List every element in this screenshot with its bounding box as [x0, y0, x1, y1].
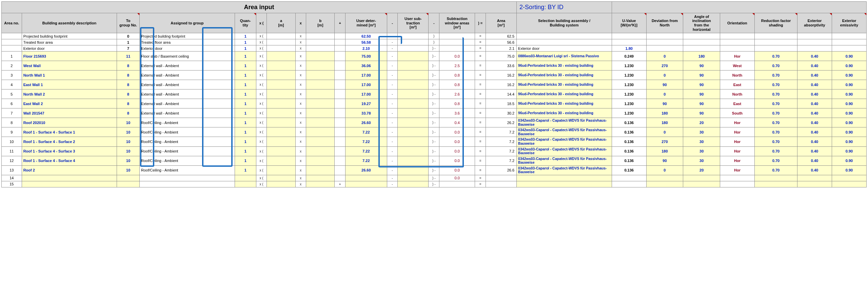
cell-group[interactable]: 8 [117, 99, 140, 108]
cell-a[interactable] [267, 108, 295, 118]
cell-a[interactable] [267, 89, 295, 99]
cell-emi[interactable]: 0.90 [832, 80, 866, 89]
cell-abs[interactable]: 0.40 [797, 108, 832, 118]
cell-dev[interactable]: 0 [646, 70, 683, 80]
cell-usub[interactable] [398, 80, 429, 89]
cell-desc[interactable]: Floor 215693 [22, 52, 117, 61]
cell-sba[interactable] [517, 181, 612, 187]
cell-udm[interactable] [345, 175, 387, 181]
cell-dev[interactable]: 0 [646, 89, 683, 99]
cell-rfs[interactable]: 0.70 [754, 70, 797, 80]
cell-desc[interactable] [22, 175, 117, 181]
cell-ang[interactable]: 20 [683, 118, 720, 127]
cell-sba[interactable] [517, 39, 612, 45]
cell-udm[interactable]: 2.10 [345, 45, 387, 52]
cell-b[interactable] [306, 99, 335, 108]
cell-rfs[interactable]: 0.70 [754, 165, 797, 175]
cell-b[interactable] [306, 89, 335, 99]
cell-rfs[interactable] [754, 181, 797, 187]
cell-usub[interactable] [398, 89, 429, 99]
cell-usub[interactable] [398, 99, 429, 108]
cell-ang[interactable]: 30 [683, 146, 720, 156]
cell-sba[interactable]: 0342ws03-Caparol - Capatect-WDVS für Pas… [517, 165, 612, 175]
cell-qty[interactable]: 1 [235, 80, 256, 89]
cell-a[interactable] [267, 156, 295, 165]
cell-dev[interactable]: 0 [646, 165, 683, 175]
cell-rfs[interactable]: 0.70 [754, 52, 797, 61]
cell-b[interactable] [306, 45, 335, 52]
cell-abs[interactable]: 0.40 [797, 70, 832, 80]
cell-emi[interactable]: 0.90 [832, 156, 866, 165]
cell-usub[interactable] [398, 118, 429, 127]
cell-desc[interactable]: Projected building footprint [22, 33, 117, 39]
cell-udm[interactable]: 26.60 [345, 118, 387, 127]
cell-qty[interactable] [235, 175, 256, 181]
cell-sba[interactable]: 96ud-Perforated bricks 30 - existing bui… [517, 80, 612, 89]
cell-group[interactable]: 10 [117, 156, 140, 165]
cell-group[interactable]: 10 [117, 137, 140, 146]
cell-b[interactable] [306, 118, 335, 127]
cell-sba[interactable]: 96ud-Perforated bricks 30 - existing bui… [517, 89, 612, 99]
cell-udm[interactable]: 7.22 [345, 156, 387, 165]
cell-qty[interactable]: 1 [235, 108, 256, 118]
cell-group[interactable]: 10 [117, 127, 140, 137]
cell-emi[interactable]: 0.90 [832, 127, 866, 137]
cell-desc[interactable]: Exterior door [22, 45, 117, 52]
cell-a[interactable] [267, 181, 295, 187]
cell-group[interactable]: 7 [117, 45, 140, 52]
cell-usub[interactable] [398, 61, 429, 70]
cell-b[interactable] [306, 175, 335, 181]
cell-udm[interactable]: 56.58 [345, 39, 387, 45]
cell-a[interactable] [267, 80, 295, 89]
cell-emi[interactable]: 0.90 [832, 118, 866, 127]
cell-udm[interactable]: 62.50 [345, 33, 387, 39]
cell-usub[interactable] [398, 108, 429, 118]
cell-dev[interactable]: 90 [646, 99, 683, 108]
cell-qty[interactable]: 1 [235, 99, 256, 108]
cell-ang[interactable] [683, 175, 720, 181]
cell-b[interactable] [306, 33, 335, 39]
cell-usub[interactable] [398, 127, 429, 137]
sort-dropdown[interactable]: 2-Sorting: BY ID [517, 2, 612, 13]
cell-b[interactable] [306, 80, 335, 89]
cell-desc[interactable]: East Wall 1 [22, 80, 117, 89]
cell-desc[interactable]: Roof 2 [22, 165, 117, 175]
cell-qty[interactable]: 1 [235, 61, 256, 70]
cell-sba[interactable]: 96ud-Perforated bricks 30 - existing bui… [517, 99, 612, 108]
cell-group[interactable] [117, 175, 140, 181]
cell-group[interactable]: 1 [117, 39, 140, 45]
cell-qty[interactable]: 1 [235, 127, 256, 137]
cell-desc[interactable]: Roof 1 - Surface 4 - Surface 3 [22, 146, 117, 156]
cell-sba[interactable]: 96ud-Perforated bricks 30 - existing bui… [517, 70, 612, 80]
cell-dev[interactable]: 270 [646, 61, 683, 70]
cell-udm[interactable]: 19.27 [345, 99, 387, 108]
cell-usub[interactable] [398, 156, 429, 165]
cell-b[interactable] [306, 39, 335, 45]
cell-b[interactable] [306, 165, 335, 175]
cell-b[interactable] [306, 137, 335, 146]
cell-udm[interactable]: 7.22 [345, 137, 387, 146]
cell-udm[interactable]: 7.22 [345, 127, 387, 137]
cell-rfs[interactable]: 0.70 [754, 137, 797, 146]
cell-abs[interactable]: 0.40 [797, 89, 832, 99]
cell-abs[interactable]: 0.40 [797, 80, 832, 89]
cell-rfs[interactable]: 0.70 [754, 61, 797, 70]
cell-a[interactable] [267, 70, 295, 80]
cell-dev[interactable]: 0 [646, 52, 683, 61]
cell-a[interactable] [267, 33, 295, 39]
cell-desc[interactable]: North Wall 1 [22, 70, 117, 80]
cell-b[interactable] [306, 108, 335, 118]
cell-sba[interactable]: 96ud-Perforated bricks 30 - existing bui… [517, 61, 612, 70]
cell-ang[interactable]: 90 [683, 99, 720, 108]
cell-qty[interactable] [235, 181, 256, 187]
cell-ang[interactable]: 30 [683, 127, 720, 137]
cell-emi[interactable]: 0.90 [832, 61, 866, 70]
cell-emi[interactable]: 0.90 [832, 137, 866, 146]
cell-sba[interactable]: 0342ws03-Caparol - Capatect-WDVS für Pas… [517, 118, 612, 127]
cell-group[interactable]: 8 [117, 89, 140, 99]
cell-usub[interactable] [398, 175, 429, 181]
cell-group[interactable]: 11 [117, 52, 140, 61]
cell-udm[interactable]: 26.60 [345, 165, 387, 175]
cell-a[interactable] [267, 137, 295, 146]
cell-group[interactable]: 10 [117, 146, 140, 156]
